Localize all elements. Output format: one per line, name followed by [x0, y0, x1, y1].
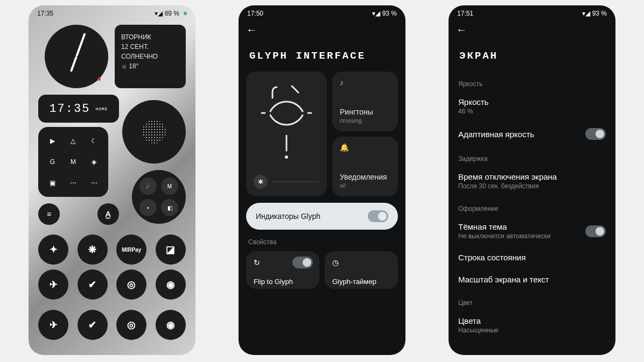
screen-timeout-item[interactable]: Время отключения экрана После 30 сек. бе…	[458, 166, 606, 196]
app-icon[interactable]: ◉	[156, 269, 186, 300]
app-folder-round[interactable]: ☄ M • ◧	[132, 170, 186, 224]
weather-temp: ☼ 18°	[121, 61, 179, 71]
battery-label: 93 %	[592, 10, 607, 17]
settings-list: Время отключения экрана После 30 сек. бе…	[449, 166, 615, 196]
dock-app-icon[interactable]: ✔	[78, 310, 108, 340]
app-icon[interactable]: G	[44, 153, 61, 171]
app-icon[interactable]: ☾	[85, 132, 103, 150]
toggle-on[interactable]	[292, 257, 313, 268]
section-label: Задержка	[449, 146, 615, 166]
dark-theme-item[interactable]: Тёмная тема Не выключится автоматически	[458, 216, 606, 246]
home-content[interactable]: ВТОРНИК 12 СЕНТ. СОЛНЕЧНО ☼ 18° 17:35 HO…	[29, 19, 195, 353]
app-icon[interactable]: M	[161, 178, 178, 195]
app-icon[interactable]: △	[65, 132, 82, 150]
app-icon[interactable]: •	[139, 199, 157, 216]
glyph-indicators-toggle-row[interactable]: Индикаторы Glyph	[246, 203, 398, 230]
glyph-preview-card[interactable]: ✱	[246, 72, 327, 196]
brightness-slider[interactable]	[273, 181, 319, 182]
settings-list: Тёмная тема Не выключится автоматически …	[449, 216, 615, 290]
adaptive-brightness-item[interactable]: Адаптивная яркость	[458, 122, 606, 146]
status-right: ▾◢ 93 %	[372, 10, 397, 17]
digital-clock-widget[interactable]: 17:35 HOME	[38, 95, 119, 123]
analog-clock-widget[interactable]	[45, 25, 108, 88]
ringtones-card[interactable]: ♪ Рингтоны crossing	[332, 72, 398, 131]
battery-label: 93 %	[382, 10, 397, 17]
glyph-timer-card[interactable]: ◷ Glyph-таймер	[325, 251, 398, 289]
wifi-icon: ▾◢	[155, 10, 163, 17]
svg-point-4	[286, 157, 288, 158]
section-label: Свойства	[239, 230, 405, 249]
dock-app-icon[interactable]: ◎	[116, 310, 146, 340]
glyph-shape-icon	[246, 72, 327, 173]
app-icon[interactable]: ≡	[38, 203, 60, 225]
toggle-on[interactable]	[585, 225, 606, 237]
toggle-on[interactable]	[585, 128, 606, 140]
statusbar: 17:50 ▾◢ 93 %	[239, 5, 405, 19]
colors-item[interactable]: Цвета Насыщенные	[458, 310, 606, 340]
app-icon[interactable]: ◧	[161, 199, 178, 216]
notifications-title: Уведомления	[340, 173, 390, 181]
battery-label: 89 %	[165, 10, 179, 17]
app-icon[interactable]: ▣	[44, 174, 61, 191]
timer-label: Glyph-таймер	[332, 278, 376, 286]
back-button[interactable]: ←	[239, 19, 405, 38]
app-icon[interactable]: M	[65, 153, 82, 171]
ringtones-sub: crossing	[340, 117, 390, 124]
status-right: ▾◢ 93 %	[582, 10, 607, 17]
weather-widget[interactable]: ВТОРНИК 12 СЕНТ. СОЛНЕЧНО ☼ 18°	[115, 25, 186, 88]
app-icon[interactable]: ◈	[85, 153, 103, 171]
camera-indicator-icon	[184, 12, 187, 15]
page-title: ЭКРАН	[449, 38, 615, 72]
ringtones-title: Рингтоны	[340, 108, 390, 116]
app-icon[interactable]: ⋯	[65, 174, 82, 191]
app-icon[interactable]: MIRPay	[116, 235, 146, 265]
app-icon[interactable]: ⋯	[85, 174, 103, 191]
app-icon[interactable]: A̲	[97, 203, 119, 225]
app-icon[interactable]: ✔	[78, 269, 108, 300]
status-time: 17:35	[37, 10, 53, 17]
app-icon[interactable]: ☄	[139, 178, 157, 195]
gear-icon[interactable]: ✱	[254, 175, 268, 189]
flip-label: Flip to Glyph	[254, 278, 293, 286]
clock-hand	[70, 56, 78, 72]
app-icon[interactable]: ◎	[116, 269, 146, 300]
dots-widget[interactable]	[122, 100, 186, 164]
phone-glyph-settings: 17:50 ▾◢ 93 % ← GLYPH INTERFACE	[239, 5, 405, 355]
brightness-value: 46 %	[458, 108, 488, 115]
display-scale-item[interactable]: Масштаб экрана и текст	[458, 268, 606, 290]
app-icon[interactable]: ✦	[38, 235, 68, 265]
app-icon[interactable]: ◪	[156, 235, 186, 265]
timeout-title: Время отключения экрана	[458, 172, 557, 181]
glyph-brightness-row[interactable]: ✱	[254, 175, 319, 189]
dock-app-icon[interactable]: ◉	[156, 310, 186, 340]
section-label: Яркость	[449, 72, 615, 91]
dock-app-icon[interactable]: ✈	[38, 310, 68, 340]
statusbar: 17:35 ▾◢ 89 %	[29, 5, 195, 19]
brightness-item[interactable]: Яркость 46 %	[458, 91, 606, 122]
brightness-title: Яркость	[458, 97, 488, 107]
app-icon[interactable]: ✈	[38, 269, 68, 300]
status-bar-label: Строка состояния	[458, 253, 526, 262]
settings-list: Яркость 46 % Адаптивная яркость	[449, 91, 615, 146]
right-card-stack: ♪ Рингтоны crossing 🔔 Уведомления oi!	[332, 72, 398, 196]
weather-day: ВТОРНИК	[121, 32, 179, 42]
dots-icon	[142, 120, 166, 144]
timeout-sub: После 30 сек. бездействия	[458, 182, 557, 190]
status-time: 17:51	[457, 10, 473, 17]
toggle-on[interactable]	[368, 210, 388, 222]
app-icon[interactable]: ▶	[44, 132, 61, 150]
app-icon[interactable]: ❋	[78, 235, 108, 265]
app-folder-grid[interactable]: ▶ △ ☾ G M ◈ ▣ ⋯ ⋯	[38, 127, 108, 197]
colors-sub: Насыщенные	[458, 326, 499, 334]
notifications-card[interactable]: 🔔 Уведомления oi!	[332, 137, 398, 196]
adaptive-label: Адаптивная яркость	[458, 130, 534, 139]
back-button[interactable]: ←	[449, 19, 615, 38]
statusbar: 17:51 ▾◢ 93 %	[449, 5, 615, 19]
flip-to-glyph-card[interactable]: ↻ Flip to Glyph	[246, 251, 319, 289]
settings-list: Цвета Насыщенные	[449, 310, 615, 340]
digital-clock-time: 17:35	[49, 102, 90, 116]
scale-label: Масштаб экрана и текст	[458, 275, 549, 284]
dark-theme-sub: Не выключится автоматически	[458, 232, 551, 240]
status-bar-item[interactable]: Строка состояния	[458, 246, 606, 268]
timer-icon: ◷	[332, 258, 339, 267]
